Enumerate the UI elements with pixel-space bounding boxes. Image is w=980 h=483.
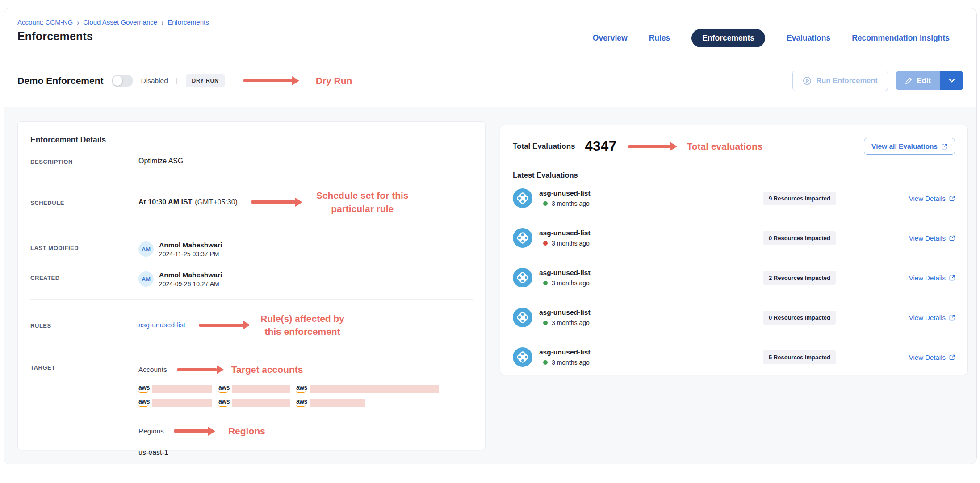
app-frame: Account: CCM-NG › Cloud Asset Governance… bbox=[4, 8, 977, 464]
target-row: TARGET Accounts Target accounts aws aws … bbox=[18, 351, 485, 464]
tab-rules[interactable]: Rules bbox=[649, 33, 670, 43]
view-details-link[interactable]: View Details bbox=[909, 354, 955, 361]
redacted-account-id bbox=[310, 385, 439, 393]
status-dot bbox=[543, 241, 548, 246]
external-link-icon bbox=[949, 275, 955, 281]
accounts-label: Accounts bbox=[138, 366, 167, 374]
redacted-account-id bbox=[232, 385, 290, 393]
total-evaluations-value: 4347 bbox=[585, 138, 617, 154]
status-dot bbox=[543, 201, 548, 206]
status-dot bbox=[543, 281, 548, 285]
evaluation-row: asg-unused-list 3 months ago 0 Resources… bbox=[500, 222, 967, 254]
view-details-label: View Details bbox=[909, 234, 946, 242]
description-label: DESCRIPTION bbox=[30, 157, 138, 165]
view-all-evaluations-label: View all Evaluations bbox=[871, 142, 938, 150]
regions-label: Regions bbox=[138, 427, 164, 435]
enforcement-name: Demo Enforcement bbox=[17, 75, 104, 86]
tab-evaluations[interactable]: Evaluations bbox=[787, 33, 830, 43]
annotation-regions: Regions bbox=[228, 425, 265, 438]
evaluation-time: 3 months ago bbox=[552, 319, 590, 326]
run-enforcement-label: Run Enforcement bbox=[816, 76, 878, 85]
schedule-label: SCHEDULE bbox=[30, 198, 138, 206]
view-details-link[interactable]: View Details bbox=[909, 234, 955, 242]
edit-split-button: Edit bbox=[896, 71, 963, 90]
enabled-toggle[interactable] bbox=[112, 75, 133, 87]
resources-impacted-badge: 9 Resources Impacted bbox=[763, 192, 836, 205]
annotation-arrow bbox=[177, 368, 217, 371]
edit-menu-button[interactable] bbox=[940, 71, 963, 90]
breadcrumb-separator-icon: › bbox=[161, 18, 163, 27]
aws-account-item: aws bbox=[218, 384, 290, 394]
rules-label: RULES bbox=[30, 321, 138, 329]
annotation-rules: Rule(s) affected by this enforcement bbox=[260, 312, 344, 339]
evaluation-time: 3 months ago bbox=[552, 359, 590, 366]
external-link-icon bbox=[949, 354, 955, 360]
latest-evaluations-label: Latest Evaluations bbox=[500, 155, 967, 182]
view-all-evaluations-button[interactable]: View all Evaluations bbox=[864, 138, 955, 155]
breadcrumb: Account: CCM-NG › Cloud Asset Governance… bbox=[17, 18, 209, 26]
last-modified-name: Anmol Maheshwari bbox=[159, 241, 222, 249]
aws-logo-icon: aws bbox=[296, 398, 307, 408]
created-label: CREATED bbox=[30, 271, 138, 287]
annotation-arrow bbox=[199, 324, 243, 327]
status-dot bbox=[543, 360, 548, 365]
view-details-link[interactable]: View Details bbox=[909, 274, 955, 282]
details-card-title: Enforcement Details bbox=[18, 122, 485, 147]
redacted-account-id bbox=[152, 385, 212, 393]
evaluations-header: Total Evaluations 4347 Total evaluations… bbox=[500, 125, 967, 155]
redacted-account-id bbox=[232, 399, 290, 407]
dry-run-badge: DRY RUN bbox=[186, 74, 224, 87]
enforcement-toolbar: Demo Enforcement Disabled | DRY RUN Dry … bbox=[4, 54, 976, 107]
evaluation-row: asg-unused-list 3 months ago 0 Resources… bbox=[500, 301, 967, 333]
external-link-icon bbox=[942, 144, 947, 150]
resources-impacted-badge: 0 Resources Impacted bbox=[763, 311, 836, 325]
avatar: AM bbox=[138, 242, 154, 257]
schedule-value: At 10:30 AM IST bbox=[138, 198, 192, 206]
description-row: DESCRIPTION Optimize ASG bbox=[18, 147, 485, 175]
custodian-rule-icon bbox=[513, 228, 532, 248]
annotation-dry-run: Dry Run bbox=[316, 74, 352, 87]
rule-link[interactable]: asg-unused-list bbox=[138, 321, 185, 329]
view-details-link[interactable]: View Details bbox=[909, 314, 955, 321]
custodian-rule-icon bbox=[513, 308, 532, 327]
last-modified-label: LAST MODIFIED bbox=[30, 241, 138, 258]
edit-button-label: Edit bbox=[917, 76, 931, 85]
custodian-rule-icon bbox=[513, 188, 532, 208]
view-details-label: View Details bbox=[909, 195, 946, 202]
edit-button[interactable]: Edit bbox=[896, 71, 940, 90]
evaluation-rule-name: asg-unused-list bbox=[539, 269, 591, 277]
run-enforcement-button[interactable]: Run Enforcement bbox=[792, 71, 888, 91]
external-link-icon bbox=[949, 196, 955, 201]
tab-overview[interactable]: Overview bbox=[593, 33, 628, 43]
created-date: 2024-09-26 10:27 AM bbox=[159, 280, 222, 287]
custodian-rule-icon bbox=[513, 347, 532, 367]
annotation-total-evaluations: Total evaluations bbox=[687, 140, 762, 153]
tab-enforcements[interactable]: Enforcements bbox=[691, 29, 765, 47]
aws-logo-icon: aws bbox=[296, 384, 307, 394]
aws-account-item: aws bbox=[138, 384, 212, 394]
schedule-timezone: (GMT+05:30) bbox=[195, 198, 238, 206]
rules-row: RULES asg-unused-list Rule(s) affected b… bbox=[18, 300, 485, 351]
view-details-link[interactable]: View Details bbox=[909, 195, 955, 202]
breadcrumb-governance[interactable]: Cloud Asset Governance bbox=[83, 18, 157, 26]
evaluations-card: Total Evaluations 4347 Total evaluations… bbox=[500, 125, 968, 375]
custodian-rule-icon bbox=[513, 268, 532, 287]
resources-impacted-badge: 2 Resources Impacted bbox=[763, 271, 836, 285]
redacted-account-id bbox=[310, 399, 365, 407]
evaluation-rule-name: asg-unused-list bbox=[539, 348, 591, 356]
nav-tabs: Overview Rules Enforcements Evaluations … bbox=[593, 29, 950, 47]
view-details-label: View Details bbox=[909, 354, 946, 361]
annotation-arrow bbox=[628, 145, 670, 148]
breadcrumb-account[interactable]: Account: CCM-NG bbox=[17, 18, 73, 26]
redacted-account-id bbox=[152, 399, 212, 407]
pencil-icon bbox=[905, 77, 913, 84]
aws-account-item: aws bbox=[296, 384, 439, 394]
created-name: Anmol Maheshwari bbox=[159, 271, 222, 279]
evaluation-row: asg-unused-list 3 months ago 2 Resources… bbox=[500, 262, 967, 294]
evaluation-rule-name: asg-unused-list bbox=[539, 189, 591, 197]
tab-recommendation-insights[interactable]: Recommendation Insights bbox=[852, 33, 950, 43]
total-evaluations-label: Total Evaluations bbox=[513, 142, 575, 151]
aws-account-item: aws bbox=[218, 398, 290, 408]
enforcement-details-card: Enforcement Details DESCRIPTION Optimize… bbox=[17, 121, 486, 450]
breadcrumb-enforcements[interactable]: Enforcements bbox=[168, 18, 209, 26]
